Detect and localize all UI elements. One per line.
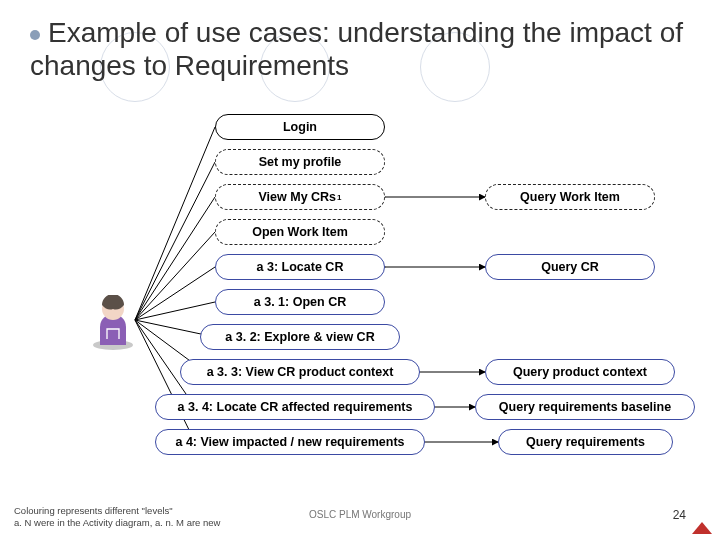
usecase-query-prod-context: Query product context (485, 359, 675, 385)
usecase-view-my-crs: View My CRs1 (215, 184, 385, 210)
corner-triangle-icon (692, 522, 712, 534)
usecase-a32-explore: a 3. 2: Explore & view CR (200, 324, 400, 350)
footer-center: OSLC PLM Workgroup (0, 509, 720, 520)
svg-line-5 (135, 302, 215, 320)
usecase-login: Login (215, 114, 385, 140)
usecase-query-work-item: Query Work Item (485, 184, 655, 210)
svg-line-4 (135, 267, 215, 320)
slide-title: Example of use cases: understanding the … (30, 16, 690, 82)
svg-line-2 (135, 197, 215, 320)
usecase-a3-locate-cr: a 3: Locate CR (215, 254, 385, 280)
svg-line-3 (135, 232, 215, 320)
usecase-a34-affected-req: a 3. 4: Locate CR affected requirements (155, 394, 435, 420)
title-text: Example of use cases: understanding the … (30, 17, 683, 81)
usecase-a31-open-cr: a 3. 1: Open CR (215, 289, 385, 315)
usecase-query-req-baseline: Query requirements baseline (475, 394, 695, 420)
bullet-icon (30, 30, 40, 40)
footer-page-number: 24 (673, 508, 686, 522)
usecase-a4-view-impacted: a 4: View impacted / new requirements (155, 429, 425, 455)
usecase-query-requirements: Query requirements (498, 429, 673, 455)
actor-icon (90, 295, 136, 351)
svg-line-1 (135, 162, 215, 320)
svg-line-0 (135, 127, 215, 320)
usecase-a33-prod-context: a 3. 3: View CR product context (180, 359, 420, 385)
usecase-open-work-item: Open Work Item (215, 219, 385, 245)
usecase-set-profile: Set my profile (215, 149, 385, 175)
usecase-query-cr: Query CR (485, 254, 655, 280)
